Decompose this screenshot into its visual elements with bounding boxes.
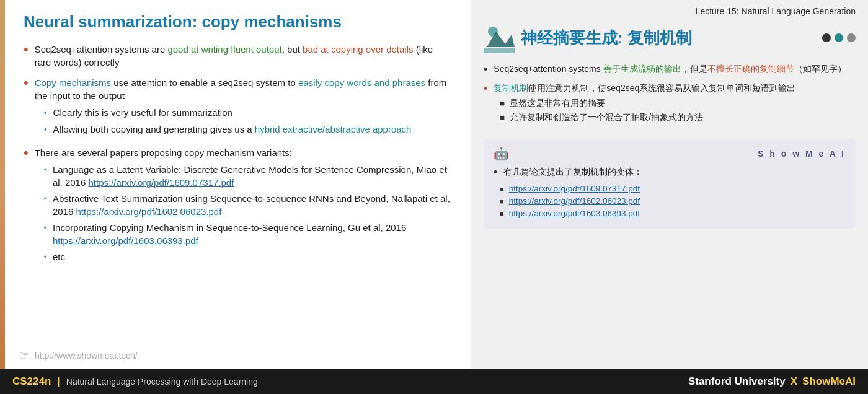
lecture-header: Lecture 15: Natural Language Generation [484, 6, 856, 16]
paper-dot-1: • [44, 165, 46, 175]
paper-dot-4: • [44, 252, 46, 263]
sm-dot-1: ■ [500, 185, 504, 193]
copy-mechanisms-link[interactable]: Copy mechanisms [35, 77, 111, 88]
footer: CS224n | Natural Language Processing wit… [0, 369, 868, 394]
footer-showmeai-brand: ShowMeAI [802, 375, 856, 388]
sm-dot-intro: • [494, 165, 497, 180]
teal-copy-text: easily copy words and phrases [298, 77, 425, 88]
bullet-dot-2: • [24, 74, 29, 93]
showmeai-header: 🤖 S h o w M e A I [494, 146, 846, 161]
sub-dot-2-1: • [44, 107, 47, 120]
paper-item-3: • Incorporating Copying Mechanism in Seq… [44, 221, 452, 247]
sm-link-item-1: ■ https://arxiv.org/pdf/1609.07317.pdf [500, 184, 846, 193]
r-sub-dot-2-2: ■ [500, 112, 505, 123]
dots-row [822, 33, 856, 42]
footer-left: CS224n | Natural Language Processing wit… [12, 375, 258, 388]
main-bullet-list: • Seq2seq+attention systems are good at … [24, 43, 452, 274]
dot-teal [835, 33, 843, 42]
bullet-item-3: • There are several papers proposing cop… [24, 146, 452, 266]
dot-dark [822, 33, 831, 42]
sm-link-1[interactable]: https://arxiv.org/pdf/1609.07317.pdf [509, 184, 640, 193]
bullet-text-3: There are several papers proposing copy … [35, 147, 292, 158]
hand-icon: ☞ [19, 348, 30, 363]
r-sub-dot-2-1: ■ [500, 98, 505, 109]
sub-text-2-1: Clearly this is very useful for summariz… [53, 106, 232, 119]
sm-link-item-3: ■ https://arxiv.org/pdf/1603.06393.pdf [500, 209, 846, 218]
paper-item-1: • Language as a Latent Variable: Discret… [44, 163, 452, 189]
right-bullet-list: • Seq2seq+attention systems 善于生成流畅的输出，但是… [484, 63, 856, 131]
paper-text-3: Incorporating Copying Mechanism in Seque… [53, 221, 452, 247]
r-teal-2: 复制机制 [494, 83, 528, 93]
r-text-1: Seq2seq+attention systems 善于生成流畅的输出，但是不擅… [494, 63, 846, 76]
r-dot-2: • [484, 81, 487, 97]
footer-stanford: Stanford University [688, 375, 786, 388]
paper-dot-2: • [44, 194, 46, 204]
chinese-title-row: 神经摘要生成: 复制机制 [484, 22, 856, 53]
papers-list: • Language as a Latent Variable: Discret… [44, 163, 452, 263]
r-content-2: 复制机制使用注意力机制，使seq2seq系统很容易从输入复制单词和短语到输出 ■… [494, 82, 795, 126]
sm-dot-2: ■ [500, 198, 504, 205]
r-sub-text-2-1: 显然这是非常有用的摘要 [510, 97, 605, 110]
paper-dot-3: • [44, 223, 46, 234]
bullet-content-3: There are several papers proposing copy … [35, 146, 452, 266]
footer-course-code: CS224n [12, 375, 51, 388]
sub-list-2: • Clearly this is very useful for summar… [44, 106, 452, 136]
showmeai-url: http://www.showmeai.tech/ [35, 351, 138, 361]
r-dot-1: • [484, 62, 487, 77]
footer-divider: | [57, 375, 60, 388]
left-panel: Neural summarization: copy mechanisms • … [0, 0, 471, 369]
robot-icon: 🤖 [494, 146, 509, 161]
chinese-title-left: 神经摘要生成: 复制机制 [484, 22, 692, 53]
sm-link-2[interactable]: https://arxiv.org/pdf/1602.06023.pdf [509, 196, 640, 206]
bullet-item-2: • Copy mechanisms use attention to enabl… [24, 76, 452, 139]
paper-item-2: • Abstractive Text Summarization using S… [44, 192, 452, 218]
red-text-1: bad at copying over details [303, 44, 413, 55]
chinese-title-text: 神经摘要生成: 复制机制 [521, 27, 692, 49]
paper-item-4: • etc [44, 250, 452, 263]
r-sub-2-1: ■ 显然这是非常有用的摘要 [500, 97, 795, 110]
green-text-1: good at writing fluent output [167, 44, 281, 55]
bullet-text-1: Seq2seq+attention systems are good at wr… [35, 43, 452, 69]
sm-link-item-2: ■ https://arxiv.org/pdf/1602.06023.pdf [500, 196, 846, 206]
paper-link-3[interactable]: https://arxiv.org/pdf/1603.06393.pdf [53, 235, 198, 246]
r-red-1: 不擅长正确的复制细节 [707, 64, 794, 74]
r-green-1: 善于生成流畅的输出 [603, 64, 681, 74]
bullet-content-2: Copy mechanisms use attention to enable … [35, 76, 452, 139]
bullet-item-1: • Seq2seq+attention systems are good at … [24, 43, 452, 69]
slide-title: Neural summarization: copy mechanisms [24, 12, 452, 32]
bottom-branding: ☞ http://www.showmeai.tech/ [19, 343, 452, 363]
bullet-dot-1: • [24, 40, 29, 59]
showmeai-box: 🤖 S h o w M e A I • 有几篇论文提出了复制机制的变体： ■ h… [484, 139, 856, 229]
bullet-dot-3: • [24, 144, 29, 163]
sm-link-3[interactable]: https://arxiv.org/pdf/1603.06393.pdf [509, 209, 640, 218]
footer-x: X [790, 375, 797, 388]
sub-bullet-2-1: • Clearly this is very useful for summar… [44, 106, 452, 120]
paper-text-2: Abstractive Text Summarization using Seq… [53, 192, 452, 218]
r-sub-text-2-2: 允许复制和创造给了一个混合了抽取/抽象式的方法 [510, 112, 703, 124]
sub-text-2-2: Allowing both copying and generating giv… [53, 123, 412, 136]
right-panel: Lecture 15: Natural Language Generation … [471, 0, 868, 369]
showmeai-intro-item: • 有几篇论文提出了复制机制的变体： [494, 166, 846, 180]
sub-dot-2-2: • [44, 124, 47, 136]
footer-right: Stanford University X ShowMeAI [688, 375, 856, 388]
r-sub-2-2: ■ 允许复制和创造给了一个混合了抽取/抽象式的方法 [500, 112, 795, 124]
showmeai-intro-text: 有几篇论文提出了复制机制的变体： [503, 166, 642, 178]
left-border-decoration [0, 0, 5, 369]
sm-dot-3: ■ [500, 210, 504, 217]
showmeai-bullet-list: • 有几篇论文提出了复制机制的变体： [494, 166, 846, 180]
paper-link-1[interactable]: https://arxiv.org/pdf/1609.07317.pdf [88, 177, 234, 188]
paper-link-2[interactable]: https://arxiv.org/pdf/1602.06023.pdf [76, 206, 221, 217]
dot-gray [847, 33, 856, 42]
showmeai-label: S h o w M e A I [758, 149, 846, 159]
sub-bullet-2-2: • Allowing both copying and generating g… [44, 123, 452, 136]
r-text-2: 复制机制使用注意力机制，使seq2seq系统很容易从输入复制单词和短语到输出 [494, 83, 795, 93]
r-sub-list-2: ■ 显然这是非常有用的摘要 ■ 允许复制和创造给了一个混合了抽取/抽象式的方法 [500, 97, 795, 124]
sm-link-list: ■ https://arxiv.org/pdf/1609.07317.pdf ■… [500, 184, 846, 218]
hybrid-text: hybrid extractive/abstractive approach [255, 124, 412, 134]
right-bullet-2: • 复制机制使用注意力机制，使seq2seq系统很容易从输入复制单词和短语到输出… [484, 82, 856, 126]
paper-text-4: etc [53, 250, 65, 263]
footer-subtitle: Natural Language Processing with Deep Le… [66, 377, 258, 387]
mountain-icon [484, 22, 515, 53]
paper-text-1: Language as a Latent Variable: Discrete … [53, 163, 452, 189]
right-bullet-1: • Seq2seq+attention systems 善于生成流畅的输出，但是… [484, 63, 856, 77]
